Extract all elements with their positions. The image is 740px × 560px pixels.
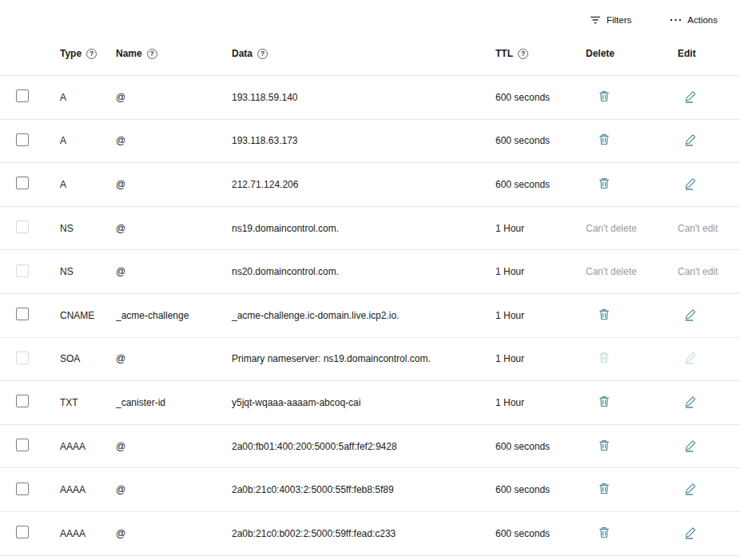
row-checkbox[interactable] [16,133,29,146]
record-data: 2a0b:21c0:4003:2:5000:55ff:feb8:5f89 [232,484,495,495]
delete-button[interactable] [598,482,611,498]
delete-cell: Can't delete [583,223,675,234]
table-row: NS @ ns19.domaincontrol.com. 1 Hour Can'… [0,207,740,251]
row-checkbox[interactable] [16,177,29,189]
edit-button[interactable] [684,526,698,542]
question-circle-icon[interactable]: ? [257,49,268,59]
record-ttl: 1 Hour [495,397,583,408]
trash-icon [598,526,611,542]
delete-cell [583,395,675,411]
edit-cell: Can't edit [675,223,740,234]
delete-cell [583,351,675,367]
column-header-type: Type ? [60,48,116,59]
record-type: TXT [60,397,116,408]
trash-icon [598,133,611,149]
trash-icon [598,177,611,193]
table-row: AAAA @ 2a0b:21c0:4003:2:5000:55ff:feb8:5… [0,468,740,512]
column-header-edit: Edit [675,48,740,59]
record-data: 2a0b:21c0:b002:2:5000:59ff:fead:c233 [232,528,495,539]
pencil-icon [684,133,698,149]
edit-button[interactable] [684,177,698,193]
record-type: A [60,179,116,190]
question-circle-icon[interactable]: ? [86,49,97,59]
record-ttl: 1 Hour [495,310,583,321]
table-row: AAAA @ 2a00:fb01:400:200:5000:5aff:fef2:… [0,425,740,469]
pencil-icon [684,351,698,367]
row-checkbox [16,351,29,364]
row-checkbox[interactable] [16,439,29,451]
actions-button[interactable]: Actions [670,15,718,25]
trash-icon [598,351,611,367]
edit-button[interactable] [684,133,698,149]
edit-cell [675,482,740,498]
filter-lines-icon [590,15,601,25]
delete-cell [583,177,675,193]
trash-icon [598,89,611,105]
delete-cell: Can't delete [583,266,675,277]
delete-button[interactable] [598,395,611,411]
pencil-icon [684,439,698,455]
edit-cell [675,177,740,193]
pencil-icon [684,177,698,193]
row-checkbox[interactable] [16,483,29,495]
row-checkbox[interactable] [16,308,29,320]
edit-cell [675,439,740,455]
edit-button[interactable] [684,395,698,411]
table-row: CNAME _acme-challenge _acme-challenge.ic… [0,294,740,338]
pencil-icon [684,482,698,498]
record-name: @ [116,135,232,146]
row-checkbox[interactable] [16,526,29,538]
edit-cell: Can't edit [675,266,740,277]
edit-button[interactable] [684,308,698,324]
trash-icon [598,395,611,411]
record-name: @ [116,441,232,452]
record-ttl: 600 seconds [495,441,583,452]
delete-button[interactable] [598,439,611,455]
record-type: AAAA [60,528,116,539]
record-ttl: 600 seconds [495,135,583,146]
trash-icon [598,482,611,498]
delete-button[interactable] [598,177,611,193]
toolbar: Filters Actions [0,0,740,32]
delete-cell [583,526,675,542]
table-row: A @ 212.71.124.206 600 seconds [0,163,740,207]
row-checkbox[interactable] [16,89,29,102]
record-type: AAAA [60,441,116,452]
edit-cell [675,526,740,542]
pencil-icon [684,395,698,411]
delete-button[interactable] [598,89,611,105]
edit-button[interactable] [684,89,698,105]
edit-cell [675,395,740,411]
question-circle-icon[interactable]: ? [147,49,157,59]
record-ttl: 1 Hour [495,266,583,277]
delete-cell [583,89,675,105]
table-row: A @ 193.118.63.173 600 seconds [0,120,740,164]
record-type: AAAA [60,484,116,495]
edit-button [684,351,698,367]
row-checkbox [16,220,29,233]
actions-label: Actions [687,15,718,25]
record-name: @ [116,92,232,103]
edit-button[interactable] [684,439,698,455]
trash-icon [598,439,611,455]
record-data: y5jqt-wqaaa-aaaam-abcoq-cai [232,397,495,408]
filters-button[interactable]: Filters [590,15,631,25]
row-checkbox[interactable] [16,395,29,407]
edit-cell [675,133,740,149]
delete-button[interactable] [598,526,611,542]
delete-button[interactable] [598,133,611,149]
pencil-icon [684,89,698,105]
cant-edit-label: Can't edit [678,223,718,234]
record-name: @ [116,484,232,495]
filters-label: Filters [607,15,631,25]
cant-edit-label: Can't edit [678,266,718,277]
table-body: A @ 193.118.59.140 600 seconds A @ 193.1… [0,76,740,556]
record-type: CNAME [60,310,116,321]
edit-button[interactable] [684,482,698,498]
record-data: 193.118.63.173 [232,135,495,146]
pencil-icon [684,526,698,542]
delete-button[interactable] [598,308,611,324]
delete-button [598,351,611,367]
table-row: AAAA @ 2a0b:21c0:b002:2:5000:59ff:fead:c… [0,512,740,556]
question-circle-icon[interactable]: ? [518,49,528,59]
